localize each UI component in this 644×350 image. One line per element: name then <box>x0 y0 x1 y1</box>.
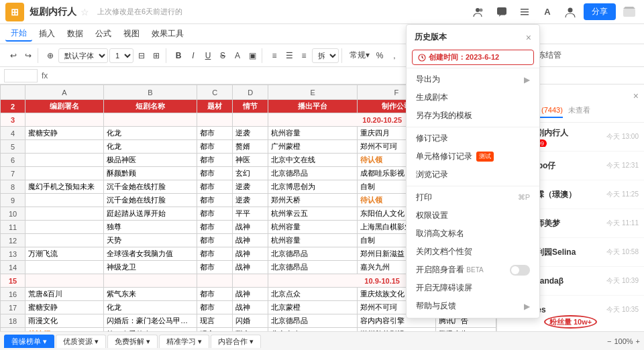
cell-r6-c4[interactable]: 北京中文在线 <box>268 154 358 167</box>
cell-r3-c2[interactable] <box>197 113 233 127</box>
cell-r16-c3[interactable]: 战神 <box>233 288 268 301</box>
tab-item-2[interactable]: 免费拆解 ▾ <box>107 335 158 348</box>
cell-r13-c0[interactable]: 万潮飞流 <box>25 247 104 261</box>
cell-r16-c2[interactable]: 都市 <box>197 288 233 301</box>
cell-r2-c1[interactable]: 短剧名称 <box>103 100 197 113</box>
menu-item-start[interactable]: 开始 <box>5 26 32 42</box>
cell-r9-c2[interactable]: 都市 <box>197 194 233 207</box>
cell-r6-c1[interactable]: 极品神医 <box>103 154 197 167</box>
cell-r16-c1[interactable]: 紫气东来 <box>103 288 197 301</box>
cell-r19-c2[interactable]: 现言 <box>197 328 233 332</box>
menu-icon[interactable] <box>515 3 534 21</box>
cell-r14-c4[interactable]: 北京德昂品 <box>268 261 358 274</box>
cell-r18-c1[interactable]: 闪婚后：豪门老公马甲藏不住 <box>103 314 197 328</box>
formula-input[interactable]: 情节 <box>52 69 640 82</box>
col-header-D[interactable]: D <box>233 85 268 100</box>
dd-item-close-personalize[interactable]: 关闭文档个性贺 <box>407 243 539 261</box>
cell-r8-c3[interactable]: 逆袭 <box>233 180 268 194</box>
dd-item-accessibility[interactable]: 开启无障碍读屏 <box>407 279 539 297</box>
cell-r13-c1[interactable]: 全球强者女我脑力值 <box>103 247 197 261</box>
cell-r15-c3[interactable] <box>233 274 268 288</box>
cell-r2-c4[interactable]: 播出平台 <box>268 100 358 113</box>
cell-r14-c0[interactable] <box>25 261 104 274</box>
menu-item-formula[interactable]: 公式 <box>90 27 117 41</box>
dd-close-icon[interactable]: × <box>526 32 531 43</box>
cell-r5-c4[interactable]: 广州蒙橙 <box>268 140 358 154</box>
chat-icon[interactable] <box>492 3 511 21</box>
cell-r6-c3[interactable]: 神医 <box>233 154 268 167</box>
cell-reference[interactable]: D1 <box>4 69 38 82</box>
cell-r13-c3[interactable]: 战神 <box>233 247 268 261</box>
tab-item-3[interactable]: 精准学习 ▾ <box>159 335 209 348</box>
cell-r7-c2[interactable]: 都市 <box>197 167 233 180</box>
dd-item-export[interactable]: 导出为 ▶ <box>407 70 539 89</box>
cell-r10-c0[interactable] <box>25 207 104 221</box>
tab-item-0[interactable]: 善缘榜单 ▾ <box>4 335 54 348</box>
cell-r11-c3[interactable]: 战神 <box>233 221 268 234</box>
cell-r12-c0[interactable] <box>25 234 104 247</box>
cell-r3-c3[interactable] <box>233 113 268 127</box>
cell-r2-c3[interactable]: 情节 <box>233 100 268 113</box>
align-left-button[interactable]: ≡ <box>268 48 281 63</box>
cell-r18-c4[interactable]: 北京德昂品 <box>268 314 358 328</box>
menu-item-data[interactable]: 数据 <box>62 27 89 41</box>
cell-r8-c1[interactable]: 沉千金她在线打脸 <box>103 180 197 194</box>
redo-button[interactable]: ↪ <box>21 48 35 63</box>
cell-r17-c4[interactable]: 北京蒙橙 <box>268 301 358 314</box>
dd-item-save-template[interactable]: 另存为我的模板 <box>407 107 539 125</box>
cell-r9-c4[interactable]: 郑州天桥 <box>268 194 358 207</box>
cell-r7-c1[interactable]: 酥颜黔顾 <box>103 167 197 180</box>
number-format-select[interactable]: 常规▾ <box>347 48 372 63</box>
cell-r13-c2[interactable]: 都市 <box>197 247 233 261</box>
cell-r16-c0[interactable]: 荒唐&百川 <box>25 288 104 301</box>
cell-r12-c1[interactable]: 天势 <box>103 234 197 247</box>
cell-r14-c2[interactable]: 都市 <box>197 261 233 274</box>
user-group-icon[interactable] <box>470 3 488 21</box>
font-family-select[interactable]: 默认字体 <box>58 48 108 63</box>
share-button[interactable]: 分享 <box>584 3 616 20</box>
cell-r6-c0[interactable] <box>25 154 104 167</box>
user-icon[interactable] <box>561 3 580 21</box>
cell-r11-c0[interactable] <box>25 221 104 234</box>
dd-item-browse[interactable]: 浏览记录 <box>407 166 539 184</box>
cell-r9-c1[interactable]: 沉千金她在线打脸 <box>103 194 197 207</box>
shrink-font-button[interactable]: ⊞ <box>150 48 163 63</box>
cell-r5-c3[interactable]: 赘婿 <box>233 140 268 154</box>
col-header-C[interactable]: C <box>197 85 233 100</box>
cell-r2-c2[interactable]: 题材 <box>197 100 233 113</box>
cell-r16-c4[interactable]: 北京点众 <box>268 288 358 301</box>
cell-r5-c0[interactable] <box>25 140 104 154</box>
italic-button[interactable]: I <box>186 48 200 63</box>
cell-r17-c3[interactable]: 战神 <box>233 301 268 314</box>
strikethrough-button[interactable]: S <box>216 48 229 63</box>
percent-button[interactable]: % <box>373 48 386 63</box>
dd-toggle-switch[interactable] <box>510 265 530 276</box>
cell-r19-c4[interactable]: 北京点众 <box>268 328 358 332</box>
cell-r10-c1[interactable]: 跹起踏从送厚开始 <box>103 207 197 221</box>
cell-r15-c1[interactable] <box>103 274 197 288</box>
cell-r15-c0[interactable] <box>25 274 104 288</box>
cell-r5-c1[interactable]: 化龙 <box>103 140 197 154</box>
cell-r8-c0[interactable]: 魔幻手机之预知未来 <box>25 180 104 194</box>
col-header-B[interactable]: B <box>103 85 197 100</box>
paint-format-button[interactable]: ⊕ <box>44 48 57 63</box>
cell-r11-c4[interactable]: 杭州容量 <box>268 221 358 234</box>
cell-r4-c4[interactable]: 杭州容量 <box>268 127 358 140</box>
dd-item-permissions[interactable]: 权限设置 <box>407 207 539 225</box>
rp-tab-unread[interactable]: 未查看 <box>568 105 590 118</box>
align-right-button[interactable]: ≡ <box>297 48 311 63</box>
cell-r11-c2[interactable]: 都市 <box>197 221 233 234</box>
cell-r17-c0[interactable]: 蜜糖安静 <box>25 301 104 314</box>
bold-button[interactable]: B <box>172 48 185 63</box>
cell-r18-c2[interactable]: 现言 <box>197 314 233 328</box>
font-color-button[interactable]: A <box>231 48 244 63</box>
underline-button[interactable]: U <box>201 48 215 63</box>
cloud-icon[interactable] <box>620 3 639 21</box>
undo-button[interactable]: ↩ <box>7 48 20 63</box>
cell-r18-c3[interactable]: 闪婚 <box>233 314 268 328</box>
cell-r7-c4[interactable]: 北京德昂品 <box>268 167 358 180</box>
star-icon[interactable]: ☆ <box>80 7 89 17</box>
cell-r19-c6[interactable]: 腾讯广告 <box>435 328 496 332</box>
comma-button[interactable]: , <box>388 48 401 63</box>
col-header-E[interactable]: E <box>268 85 358 100</box>
